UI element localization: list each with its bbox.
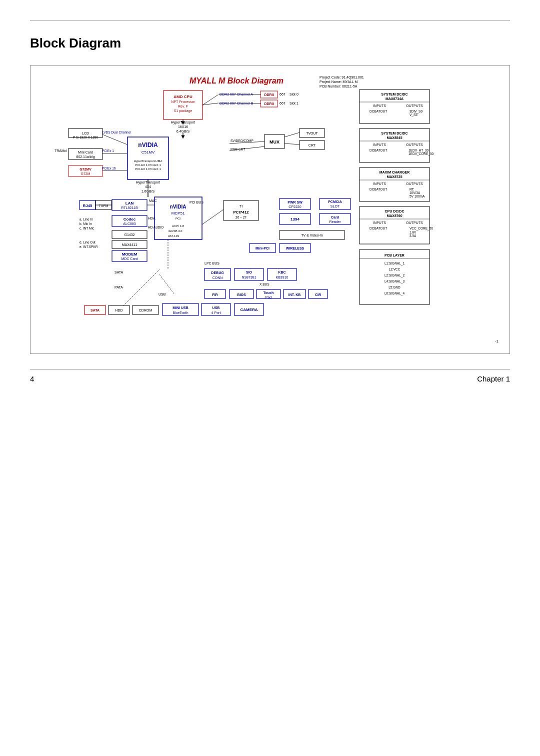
svg-text:Project Code: 91.4Q901.001: Project Code: 91.4Q901.001 bbox=[320, 76, 364, 80]
svg-text:3.5A: 3.5A bbox=[410, 234, 416, 238]
svg-text:DDRII: DDRII bbox=[264, 93, 274, 96]
svg-text:DCBATOUT: DCBATOUT bbox=[370, 148, 387, 152]
svg-text:CP2220: CP2220 bbox=[288, 205, 301, 208]
svg-text:c. INT Mic: c. INT Mic bbox=[80, 226, 94, 230]
svg-text:TVOUT: TVOUT bbox=[306, 132, 318, 135]
svg-text:HDD: HDD bbox=[115, 308, 122, 312]
svg-text:INPUTS: INPUTS bbox=[373, 143, 386, 146]
svg-text:PCB LAYER: PCB LAYER bbox=[384, 254, 404, 257]
svg-text:PCI7412: PCI7412 bbox=[233, 210, 249, 214]
svg-text:S1 package: S1 package bbox=[174, 109, 192, 113]
svg-text:a. Line In: a. Line In bbox=[80, 218, 93, 221]
svg-text:Slot 0: Slot 0 bbox=[290, 92, 298, 96]
svg-text:26 ~ 27: 26 ~ 27 bbox=[236, 216, 246, 219]
svg-text:INPUTS: INPUTS bbox=[373, 104, 386, 108]
svg-text:L1:SIGNAL_1: L1:SIGNAL_1 bbox=[384, 262, 404, 266]
svg-text:Codec: Codec bbox=[124, 217, 136, 222]
svg-text:PCIEx 16: PCIEx 16 bbox=[102, 166, 116, 170]
diagram-title: MYALL M Block Diagram bbox=[190, 76, 284, 85]
svg-text:Rev. F: Rev. F bbox=[178, 104, 188, 108]
svg-text:SYSTEM DC/DC: SYSTEM DC/DC bbox=[382, 92, 408, 96]
svg-line-56 bbox=[284, 132, 300, 137]
svg-text:CONN: CONN bbox=[212, 276, 223, 280]
svg-text:MCP51: MCP51 bbox=[172, 211, 185, 216]
svg-text:DCBATOUT: DCBATOUT bbox=[370, 226, 387, 230]
svg-text:d. Line Out: d. Line Out bbox=[80, 240, 96, 244]
svg-text:L2:SIGNAL_2: L2:SIGNAL_2 bbox=[384, 274, 404, 278]
svg-text:PCMCIA: PCMCIA bbox=[328, 200, 342, 204]
page-title: Block Diagram bbox=[30, 36, 510, 51]
svg-text:DCBATOUT: DCBATOUT bbox=[370, 110, 387, 113]
svg-text:LAN: LAN bbox=[126, 201, 134, 206]
block-diagram-container: MYALL M Block Diagram Project Code: 91.4… bbox=[34, 70, 506, 350]
svg-text:BIOS: BIOS bbox=[237, 293, 246, 296]
svg-text:AMD CPU: AMD CPU bbox=[174, 94, 192, 99]
svg-text:CDROM: CDROM bbox=[139, 308, 152, 312]
svg-text:USB: USB bbox=[158, 292, 166, 296]
svg-text:HD AUDIO: HD AUDIO bbox=[148, 226, 164, 229]
svg-text:PCI-EX 1    PCI-EX 1: PCI-EX 1 PCI-EX 1 bbox=[135, 164, 161, 166]
top-divider bbox=[30, 20, 510, 20]
svg-text:PCI: PCI bbox=[176, 217, 180, 220]
svg-text:TXFM: TXFM bbox=[98, 204, 108, 208]
svg-text:PCI BUS: PCI BUS bbox=[190, 200, 204, 204]
svg-text:MAXIM CHARGER: MAXIM CHARGER bbox=[380, 170, 410, 174]
svg-text:L2:VCC: L2:VCC bbox=[389, 268, 400, 271]
svg-text:MODEM: MODEM bbox=[122, 252, 138, 256]
svg-text:L6:SIGNAL_4: L6:SIGNAL_4 bbox=[384, 292, 404, 296]
chapter-label: Chapter 1 bbox=[477, 374, 510, 383]
svg-text:TV & Video-In: TV & Video-In bbox=[301, 234, 323, 237]
svg-text:SVIDEO/COMP: SVIDEO/COMP bbox=[230, 139, 254, 142]
svg-text:LCD: LCD bbox=[82, 132, 89, 135]
svg-text:MAX8545: MAX8545 bbox=[386, 136, 402, 140]
svg-text:MAX8725: MAX8725 bbox=[386, 175, 402, 178]
svg-text:ACPI 1.8: ACPI 1.8 bbox=[172, 224, 184, 228]
svg-text:NS87381: NS87381 bbox=[242, 276, 256, 279]
svg-line-212 bbox=[124, 270, 160, 306]
svg-text:5V 100mA: 5V 100mA bbox=[410, 194, 425, 198]
svg-text:TI: TI bbox=[240, 204, 242, 208]
svg-line-211 bbox=[202, 210, 224, 224]
svg-text:X BUS: X BUS bbox=[260, 282, 270, 286]
svg-text:G72MV: G72MV bbox=[80, 168, 92, 171]
svg-text:G72M: G72M bbox=[80, 172, 90, 176]
svg-text:802.11a/b/g: 802.11a/b/g bbox=[76, 155, 95, 159]
svg-text:16X16: 16X16 bbox=[178, 125, 188, 128]
svg-text:4xUSB 3.0: 4xUSB 3.0 bbox=[168, 230, 182, 232]
svg-text:ALC883: ALC883 bbox=[123, 222, 136, 226]
svg-text:P to 1920 X 1280: P to 1920 X 1280 bbox=[73, 136, 98, 139]
svg-text:SIO: SIO bbox=[246, 270, 252, 274]
svg-text:WIRELESS: WIRELESS bbox=[286, 246, 304, 250]
svg-text:MDC Card: MDC Card bbox=[121, 257, 138, 260]
svg-text:PCB Number: 06211-5A: PCB Number: 06211-5A bbox=[320, 84, 358, 88]
bottom-bar: 4 Chapter 1 bbox=[30, 369, 510, 383]
svg-text:667: 667 bbox=[280, 92, 286, 96]
svg-text:Mini-PCI: Mini-PCI bbox=[256, 246, 270, 250]
svg-text:SYSTEM DC/DC: SYSTEM DC/DC bbox=[382, 132, 408, 135]
svg-text:INT. KB: INT. KB bbox=[288, 293, 301, 296]
svg-text:OUTPUTS: OUTPUTS bbox=[406, 143, 423, 146]
svg-text:MAC: MAC bbox=[149, 199, 157, 202]
svg-text:ATA 133: ATA 133 bbox=[168, 234, 180, 238]
svg-text:PCI-EX 1    PCI-EX 1: PCI-EX 1 PCI-EX 1 bbox=[135, 168, 161, 170]
svg-text:CRT: CRT bbox=[308, 144, 316, 147]
svg-text:RTL8211B: RTL8211B bbox=[121, 206, 138, 210]
page-number: 4 bbox=[30, 374, 34, 383]
svg-text:Project Name: MYALL M: Project Name: MYALL M bbox=[320, 80, 358, 84]
svg-text:RT:: RT: bbox=[410, 188, 414, 191]
svg-text:1394: 1394 bbox=[290, 217, 300, 222]
svg-text:TRAMcl: TRAMcl bbox=[54, 149, 67, 152]
svg-text:MAX8760: MAX8760 bbox=[386, 214, 402, 218]
svg-text:MINI USB: MINI USB bbox=[172, 306, 188, 310]
svg-text:1.8V: 1.8V bbox=[410, 230, 416, 234]
svg-text:DDR2 667 Channel A: DDR2 667 Channel A bbox=[220, 92, 253, 96]
svg-text:-1: -1 bbox=[495, 339, 499, 344]
svg-text:L5:GND: L5:GND bbox=[388, 286, 400, 289]
svg-text:INPUTS: INPUTS bbox=[373, 221, 386, 224]
svg-text:OUTPUTS: OUTPUTS bbox=[406, 221, 423, 224]
svg-text:KBC: KBC bbox=[278, 270, 286, 274]
svg-text:FIR: FIR bbox=[212, 293, 218, 296]
svg-text:MAX8734A: MAX8734A bbox=[386, 97, 404, 100]
svg-text:Mini Card: Mini Card bbox=[78, 150, 93, 154]
svg-text:CAMERA: CAMERA bbox=[240, 308, 258, 312]
